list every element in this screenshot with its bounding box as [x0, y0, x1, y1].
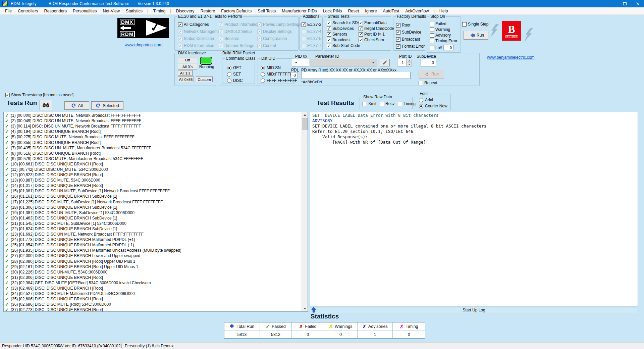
test-run-row[interactable]: ✓(29) [02,161] DISC: DISC UNIQUE BRANCH … [4, 264, 302, 269]
benjamin-link[interactable]: www.benjaminelectric.com [487, 55, 534, 60]
test-run-row[interactable]: ✓(14) [01,017] DISC: DISC UNIQUE BRANCH … [4, 183, 302, 188]
test-run-row[interactable]: ✓(32) [02,384] GET: DISC MUTE [GET:Root]… [4, 280, 302, 286]
test-run-row[interactable]: ✓(15) [01,081] DISC: DISC UN MUTE, SubDe… [4, 188, 302, 194]
scroll-down-icon[interactable] [302, 306, 308, 311]
stop-on-timing-error-checkbox[interactable]: Timing Error [430, 39, 458, 43]
stress-sub-start-code-checkbox[interactable]: ✓Sub-Start Code [327, 43, 360, 48]
stop-on-failed-checkbox[interactable]: Failed [430, 21, 458, 26]
test-run-row[interactable]: ✓(1) [00,000] DISC: DISC UN MUTE, Networ… [4, 113, 302, 118]
rerun-all-button[interactable]: All [64, 101, 89, 110]
category-dimmer-settings-checkbox[interactable]: ✓Dimmer Settings [219, 43, 260, 48]
category-control-checkbox[interactable]: ✓Control [257, 43, 301, 48]
rdmprotocol-link[interactable]: www.rdmprotocol.org [125, 43, 163, 47]
stress-subdevices-checkbox[interactable]: ✓SubDevices [327, 26, 360, 31]
test-run-row[interactable]: ✓(24) [01,773] DISC: DISC UNIQUE BRANCH … [4, 237, 302, 242]
category-status-collection-checkbox[interactable]: ✓Status Collection [178, 36, 223, 41]
interleave-all0x55-button[interactable]: All 0x55 [178, 77, 194, 82]
minimize-button[interactable] [606, 0, 619, 7]
single-step-checkbox[interactable]: Single Step [462, 22, 488, 27]
category-rdm-information-checkbox[interactable]: ✓RDM Information [178, 43, 223, 48]
command-class-disc-radio[interactable]: DISC [227, 78, 243, 83]
interleave-all0s-button[interactable]: All 0's [178, 64, 197, 69]
test-run-row[interactable]: ✓(21) [01,545] DISC: DISC MUTE, SubDevic… [4, 221, 302, 226]
test-run-row[interactable]: ✓(11) [00,742] DISC: DISC UN_MUTE, 534C:… [4, 167, 302, 172]
menu-item-autotest[interactable]: AutoTest [380, 9, 402, 13]
test-results-box[interactable]: SET: DEVICE LABEL Data Error with 8 Bit … [310, 112, 638, 306]
interleave-off-button[interactable]: Off [178, 57, 197, 63]
test-run-row[interactable]: ✓(13) [00,887] DISC: DISC MUTE, 534C:300… [4, 178, 302, 183]
test-run-row[interactable]: ✓(9) [00,579] DISC: DISC MUTE, Manufactu… [4, 156, 302, 161]
menu-item-file[interactable]: File [2, 9, 15, 13]
rerun-selected-button[interactable]: Selected [91, 101, 123, 110]
pdl-field[interactable]: 0 [290, 72, 298, 79]
test-run-row[interactable]: ✓(28) [02,080] DISC: DISC UNIQUE BRANCH … [4, 259, 302, 264]
test-run-row[interactable]: ✓(20) [01,463] DISC: DISC UNIQUE BRANCH … [4, 215, 302, 221]
restore-button[interactable] [619, 0, 631, 7]
test-run-row[interactable]: ✓(31) [02,306] DISC: DISC UNIQUE BRANCH … [4, 275, 302, 280]
tests-scrollbar[interactable] [302, 112, 308, 311]
addition-e1-37-4-checkbox[interactable]: E1.37-4 [302, 29, 321, 34]
subdevice-field[interactable]: 0 [421, 59, 436, 66]
test-run-row[interactable]: ✓(6) [00,355] DISC: DISC UNIQUE BRANCH [… [4, 140, 302, 145]
interleave-all1s-button[interactable]: All 1's [178, 70, 193, 76]
factory-format-error-checkbox[interactable]: ✓Format Error [396, 44, 425, 49]
pd-array-input[interactable] [301, 72, 411, 79]
dst-uid-ffff-ffffffff-radio[interactable]: FFFF:FFFFFFFF [261, 78, 297, 83]
menu-item-restore[interactable]: Restore [198, 9, 218, 13]
parameter-id-combobox[interactable] [311, 59, 377, 66]
test-run-row[interactable]: ✓(10) [00,661] DISC: DISC UNIQUE BRANCH … [4, 161, 302, 167]
test-run-row[interactable]: ✓(36) [02,686] DISC: DISC MUTE [Root] 53… [4, 302, 302, 307]
factory-subdevice-checkbox[interactable]: ✓SubDevice [396, 30, 425, 35]
category-dmx512-setup-checkbox[interactable]: ✓DMX512 Setup [219, 29, 260, 34]
command-class-get-radio[interactable]: GET [227, 65, 243, 70]
spinner-arrows[interactable] [406, 59, 412, 66]
test-run-row[interactable]: ✓(37) [02,773] DISC: DISC UNIQUE BRANCH … [4, 307, 302, 312]
tests-run-list[interactable]: ✓(1) [00,000] DISC: DISC UN MUTE, Networ… [3, 112, 308, 312]
menu-item-self-tests[interactable]: Self Tests [255, 9, 279, 13]
repeat-checkbox[interactable]: Repeat [419, 81, 437, 85]
menu-item-discovery[interactable]: Discovery [173, 9, 198, 13]
spin-down-icon[interactable] [407, 63, 412, 66]
pid-combobox[interactable] [292, 59, 309, 66]
test-run-row[interactable]: ✓(17) [01,225] DISC: DISC MUTE, SubDevic… [4, 199, 302, 205]
menu-item-net-view[interactable]: Net-View [100, 9, 123, 13]
test-run-row[interactable]: ✓(2) [00,049] DISC: DISC UN MUTE, Networ… [4, 118, 302, 123]
raw-timing-checkbox[interactable]: Timing [398, 101, 416, 106]
menu-item-responders[interactable]: Responders [41, 9, 70, 13]
raw-recv-checkbox[interactable]: Recv [380, 101, 394, 106]
test-run-row[interactable]: ✓(34) [02,527] DISC: DISC MUTE Malformed… [4, 291, 302, 296]
menu-item-lock-pins[interactable]: Lock PINs [320, 9, 345, 13]
factory-broadcast-checkbox[interactable]: ✓Broadcast [396, 37, 425, 42]
category-sensors-checkbox[interactable]: ✓Sensors [219, 36, 260, 41]
stress-sensors-checkbox[interactable]: ✓Sensors [327, 32, 360, 37]
raw-xmit-checkbox[interactable]: Xmit [363, 101, 376, 106]
test-run-row[interactable]: ✓(16) [01,161] DISC: DISC UNIQUE BRANCH … [4, 194, 302, 199]
stress-checksum-checkbox[interactable]: ✓CheckSum [359, 38, 394, 42]
port-id-spinner[interactable]: 1 [397, 59, 412, 66]
stop-on-warning-checkbox[interactable]: Warning [430, 27, 458, 32]
scroll-thumb[interactable] [302, 118, 308, 130]
menu-item-controllers[interactable]: Controllers [15, 9, 41, 13]
category-power-lamp-settings-checkbox[interactable]: ✓Power/Lamp Settings [257, 22, 301, 27]
search-tests-button[interactable] [40, 100, 52, 110]
menu-item-reset[interactable]: Reset [345, 9, 362, 13]
test-run-row[interactable]: ✓(35) [02,606] DISC: DISC UNIQUE BRANCH … [4, 296, 302, 302]
addition-e1-37-7-checkbox[interactable]: E1.37-7 [302, 43, 321, 48]
test-run-row[interactable]: ✓(5) [00,275] DISC: DISC MUTE, Network B… [4, 134, 302, 140]
category-network-management-checkbox[interactable]: ✓Network Management [178, 29, 223, 34]
category-display-settings-checkbox[interactable]: ✓Display Settings [257, 29, 301, 34]
category-product-information-checkbox[interactable]: ✓Product Information [219, 22, 260, 27]
addition-e1-37-5-checkbox[interactable]: E1.37-5 [302, 36, 321, 41]
test-run-row[interactable]: ✓(22) [01,624] DISC: DISC UNIQUE BRANCH … [4, 226, 302, 232]
font-arial-radio[interactable]: Arial [419, 98, 447, 102]
scroll-up-icon[interactable] [302, 112, 308, 118]
test-run-row[interactable]: ✓(4) [00,194] DISC: DISC UNIQUE BRANCH [… [4, 129, 302, 134]
ln-field[interactable]: 0 [443, 45, 453, 50]
run-button[interactable]: Run [464, 31, 488, 40]
interleave-custom-button[interactable]: Custom [196, 77, 213, 82]
command-class-set-radio[interactable]: SET [227, 72, 243, 77]
test-run-row[interactable]: ✓(23) [01,692] DISC: DISC UN MUTE, Netwo… [4, 232, 302, 237]
menu-item-personalities[interactable]: Personalities [70, 9, 100, 13]
line-number-row[interactable]: Ln# 0 [430, 45, 453, 50]
test-run-row[interactable]: ✓(7) [00,435] DISC: DISC UN_MUTE, Manufa… [4, 145, 302, 151]
